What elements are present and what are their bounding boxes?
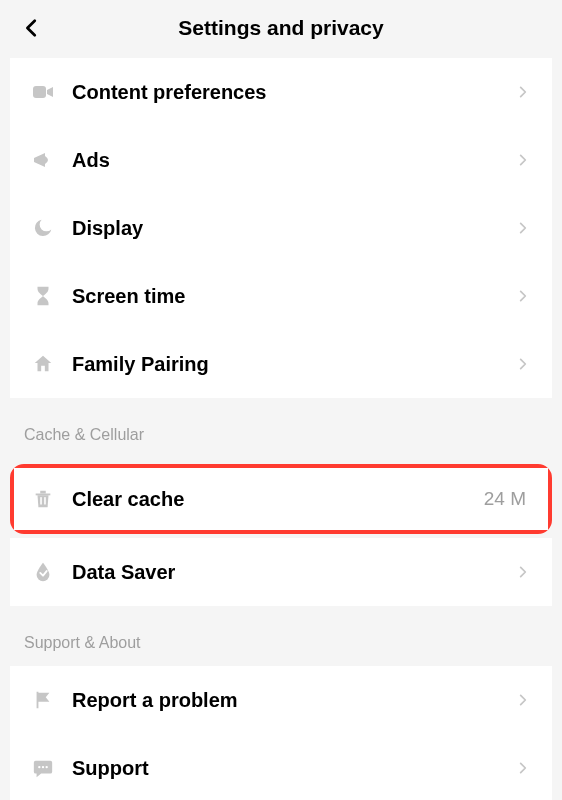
svg-rect-0 — [33, 86, 46, 98]
trash-icon — [30, 486, 56, 512]
chevron-right-icon — [514, 691, 532, 709]
settings-screen: Settings and privacy Content preferences… — [0, 0, 562, 800]
row-content-preferences[interactable]: Content preferences — [10, 58, 552, 126]
svg-point-4 — [42, 766, 44, 768]
chat-icon — [30, 755, 56, 781]
chevron-right-icon — [514, 219, 532, 237]
row-label: Family Pairing — [72, 353, 514, 376]
row-label: Screen time — [72, 285, 514, 308]
row-display[interactable]: Display — [10, 194, 552, 262]
hourglass-icon — [30, 283, 56, 309]
row-label: Clear cache — [72, 488, 484, 511]
row-support[interactable]: Support — [10, 734, 552, 800]
chevron-left-icon — [21, 17, 43, 39]
settings-group-content: Content preferences Ads Display — [10, 58, 552, 398]
svg-point-5 — [45, 766, 47, 768]
row-label: Content preferences — [72, 81, 514, 104]
svg-point-3 — [38, 766, 40, 768]
row-label: Data Saver — [72, 561, 514, 584]
row-ads[interactable]: Ads — [10, 126, 552, 194]
page-title: Settings and privacy — [178, 16, 383, 40]
row-report-problem[interactable]: Report a problem — [10, 666, 552, 734]
video-camera-icon — [30, 79, 56, 105]
settings-group-cache-rest: Data Saver — [10, 538, 552, 606]
row-screen-time[interactable]: Screen time — [10, 262, 552, 330]
row-label: Ads — [72, 149, 514, 172]
chevron-right-icon — [514, 83, 532, 101]
svg-rect-2 — [44, 497, 46, 504]
row-value: 24 M — [484, 488, 526, 510]
chevron-right-icon — [514, 759, 532, 777]
drop-icon — [30, 559, 56, 585]
back-button[interactable] — [18, 14, 46, 42]
chevron-right-icon — [514, 355, 532, 373]
row-label: Support — [72, 757, 514, 780]
moon-icon — [30, 215, 56, 241]
settings-group-support: Report a problem Support — [10, 666, 552, 800]
highlight-clear-cache: Clear cache 24 M — [10, 464, 552, 534]
row-label: Report a problem — [72, 689, 514, 712]
flag-icon — [30, 687, 56, 713]
chevron-right-icon — [514, 287, 532, 305]
chevron-right-icon — [514, 563, 532, 581]
house-icon — [30, 351, 56, 377]
row-clear-cache[interactable]: Clear cache 24 M — [14, 468, 548, 530]
megaphone-icon — [30, 147, 56, 173]
row-family-pairing[interactable]: Family Pairing — [10, 330, 552, 398]
row-label: Display — [72, 217, 514, 240]
section-header-cache: Cache & Cellular — [0, 398, 562, 458]
section-header-support: Support & About — [0, 606, 562, 666]
svg-rect-1 — [40, 497, 42, 504]
header-bar: Settings and privacy — [0, 0, 562, 56]
chevron-right-icon — [514, 151, 532, 169]
row-data-saver[interactable]: Data Saver — [10, 538, 552, 606]
